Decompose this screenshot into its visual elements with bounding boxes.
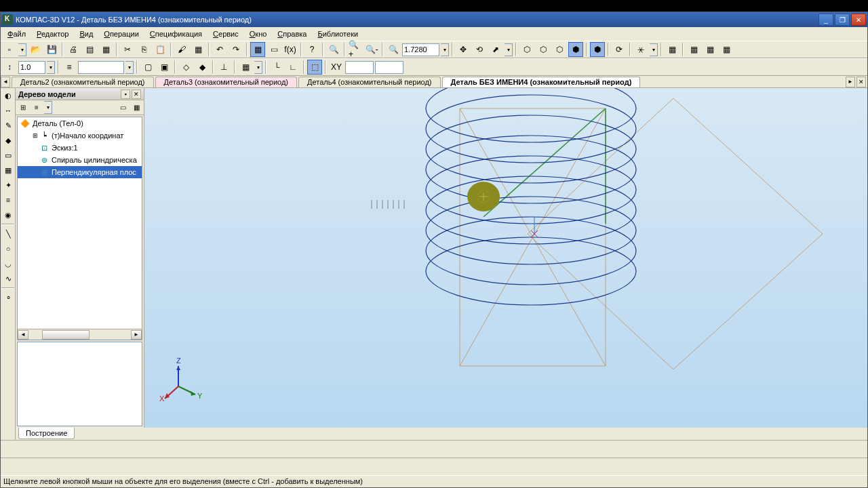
grid-icon[interactable]: ⊥ xyxy=(216,60,231,75)
new-icon[interactable]: ▫ xyxy=(2,42,17,57)
layer-input[interactable] xyxy=(78,61,124,74)
maximize-button[interactable]: ❐ xyxy=(835,14,850,26)
new-dropdown[interactable]: ▾ xyxy=(18,43,26,56)
vtb-param-icon[interactable]: ▭ xyxy=(1,148,15,162)
vtb-report-icon[interactable]: ◉ xyxy=(1,208,15,222)
vtb-text-icon[interactable]: ✎ xyxy=(1,119,15,132)
tree-close-icon[interactable]: ✕ xyxy=(132,89,141,99)
menu-libs[interactable]: Библиотеки xyxy=(313,28,364,39)
vtb-aux-icon[interactable]: ⚬ xyxy=(1,291,15,304)
vtb-geometry-icon[interactable]: ◐ xyxy=(1,89,15,102)
menu-service[interactable]: Сервис xyxy=(208,28,244,39)
scroll-right-icon[interactable]: ► xyxy=(131,330,142,340)
zoom-fit-icon[interactable]: 🔍 xyxy=(386,42,401,57)
preview-icon[interactable]: ▤ xyxy=(82,42,97,57)
lib2-icon[interactable]: ▦ xyxy=(703,42,717,57)
menu-help[interactable]: Справка xyxy=(272,28,312,39)
tree-scrollbar[interactable]: ◄ ► xyxy=(18,329,142,340)
tab-close[interactable]: ✕ xyxy=(856,77,866,87)
doc-tab[interactable]: Деталь2 (ознакомительный период) xyxy=(12,77,154,87)
lib1-icon[interactable]: ▦ xyxy=(686,42,701,57)
bottom-tab-build[interactable]: Построение xyxy=(18,428,75,439)
brush-icon[interactable]: 🖌 xyxy=(174,42,189,57)
viewport-3d[interactable]: Z X Y xyxy=(144,88,867,428)
scroll-left-icon[interactable]: ◄ xyxy=(18,330,28,340)
tree-item[interactable]: ⊡ Эскиз:1 xyxy=(18,142,142,154)
layer-dropdown[interactable]: ▾ xyxy=(125,61,134,74)
doc-tab[interactable]: Деталь4 (ознакомительный период) xyxy=(298,77,441,87)
snap1-icon[interactable]: ▢ xyxy=(140,60,155,75)
menu-window[interactable]: Окно xyxy=(244,28,273,39)
shade-icon[interactable]: ⬢ xyxy=(568,42,583,57)
save-icon[interactable]: 💾 xyxy=(44,42,59,57)
grid2-icon[interactable]: ▦ xyxy=(238,60,253,75)
menu-spec[interactable]: Спецификация xyxy=(144,28,208,39)
panel-icon[interactable]: ▭ xyxy=(267,42,281,57)
coord-icon[interactable]: XY xyxy=(329,60,344,75)
undo-icon[interactable]: ↶ xyxy=(212,42,227,57)
menu-view[interactable]: Вид xyxy=(74,28,98,39)
ortho-icon[interactable]: └ xyxy=(269,60,284,75)
vtb-arc-icon[interactable]: ◡ xyxy=(1,257,15,270)
cut-icon[interactable]: ✂ xyxy=(120,42,135,57)
tree-item[interactable]: ⊚ Спираль цилиндрическа xyxy=(18,154,142,166)
vtb-line-icon[interactable]: ╲ xyxy=(1,227,15,241)
tree-tb3-icon[interactable]: ▭ xyxy=(117,102,129,114)
grid-dropdown[interactable]: ▾ xyxy=(254,61,262,74)
tree-tb2-icon[interactable]: ≡ xyxy=(31,102,43,114)
expander-icon[interactable]: ⊞ xyxy=(31,132,39,139)
wire-icon[interactable]: ⬡ xyxy=(536,42,551,57)
zoom-out-icon[interactable]: 🔍- xyxy=(364,42,379,57)
orient-dropdown[interactable]: ▾ xyxy=(505,43,513,56)
help-icon[interactable]: ? xyxy=(304,42,319,57)
zoom-input[interactable] xyxy=(402,43,439,56)
minimize-button[interactable]: _ xyxy=(818,14,833,26)
properties-icon[interactable]: ▦ xyxy=(98,42,113,57)
menu-operations[interactable]: Операции xyxy=(98,28,144,39)
vtb-measure-icon[interactable]: ▦ xyxy=(1,163,15,177)
zoom-dropdown[interactable]: ▾ xyxy=(441,43,449,56)
zoom-area-icon[interactable]: 🔍 xyxy=(326,42,341,57)
doc-tab-active[interactable]: Деталь БЕЗ ИМЕНИ4 (ознакомительный перио… xyxy=(442,77,641,87)
zoom-in-icon[interactable]: 🔍+ xyxy=(348,42,363,57)
vtb-circle-icon[interactable]: ○ xyxy=(1,242,15,256)
fx-icon[interactable]: f(x) xyxy=(283,42,298,57)
redo-icon[interactable]: ↷ xyxy=(229,42,243,57)
doc-tab[interactable]: Деталь3 (ознакомительный период) xyxy=(155,77,298,87)
copy-icon[interactable]: ⎘ xyxy=(136,42,151,57)
line-width-dropdown[interactable]: ▾ xyxy=(47,61,55,74)
tree-content[interactable]: 🔶 Деталь (Тел-0) ⊞ ┕ (т)Начало координат xyxy=(17,117,142,340)
snap2-icon[interactable]: ▣ xyxy=(157,60,172,75)
scroll-thumb[interactable] xyxy=(42,330,90,340)
print-icon[interactable]: 🖨 xyxy=(66,42,81,57)
y-input[interactable] xyxy=(375,61,403,74)
menu-edit[interactable]: Редактор xyxy=(31,28,74,39)
vtb-dimensions-icon[interactable]: ↔ xyxy=(1,104,15,117)
refresh-icon[interactable]: ⟳ xyxy=(612,42,627,57)
tree-tb4-icon[interactable]: ▦ xyxy=(130,102,142,114)
measure-icon[interactable]: ⚹ xyxy=(633,42,648,57)
tree-toggle-icon[interactable]: ▦ xyxy=(250,42,265,57)
vtb-select-icon[interactable]: ✦ xyxy=(1,178,15,192)
persp-icon[interactable]: ⬢ xyxy=(590,42,605,57)
hidden-icon[interactable]: ⬡ xyxy=(552,42,567,57)
tree-item-selected[interactable]: ⊞ Перпендикулярная плос xyxy=(18,166,142,178)
measure-dropdown[interactable]: ▾ xyxy=(650,43,658,56)
x-input[interactable] xyxy=(345,61,374,74)
lib3-icon[interactable]: ▦ xyxy=(719,42,734,57)
close-button[interactable]: ✕ xyxy=(851,14,866,26)
tree-tb-dropdown[interactable]: ▾ xyxy=(44,101,52,114)
line-width-input[interactable] xyxy=(18,61,45,74)
snap3-icon[interactable]: ◇ xyxy=(178,60,193,75)
iso-icon[interactable]: ⬡ xyxy=(519,42,534,57)
render-icon[interactable]: ▦ xyxy=(665,42,679,57)
tree-tb1-icon[interactable]: ⊞ xyxy=(17,102,29,114)
sketch-icon[interactable]: ⬚ xyxy=(307,60,322,75)
tab-scroll-right[interactable]: ► xyxy=(846,77,855,87)
line-style-icon[interactable]: ↕ xyxy=(2,60,17,75)
orient-icon[interactable]: ⬈ xyxy=(488,42,503,57)
pan-icon[interactable]: ✥ xyxy=(456,42,471,57)
tree-pin-icon[interactable]: ▪ xyxy=(121,89,130,99)
tab-scroll-left[interactable]: ◄ xyxy=(1,77,10,87)
vtb-spec-icon[interactable]: ≡ xyxy=(1,193,15,207)
